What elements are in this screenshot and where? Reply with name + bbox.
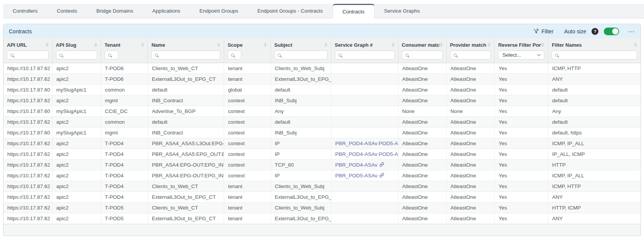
sort-icon[interactable] <box>46 43 49 47</box>
table-row[interactable]: https://10.17.87.62apic2T-POD4ExternalL3… <box>3 192 641 203</box>
cell-api_slug: mySlugApic1 <box>52 128 101 138</box>
column-header-label[interactable]: Filter Names <box>552 42 582 48</box>
more-menu-button[interactable]: ... <box>628 27 635 36</box>
service-graph-link[interactable]: PBR_POD5-ASAv <box>335 173 384 179</box>
search-icon <box>405 54 408 57</box>
cell-scope: context <box>224 149 271 159</box>
cell-name: ExternalL3Out_to_EPG_CT <box>148 192 224 202</box>
column-header-label[interactable]: Consumer match <box>402 42 440 48</box>
sort-icon[interactable] <box>634 43 637 47</box>
tab-service-graphs[interactable]: Service Graphs <box>375 4 429 18</box>
help-icon[interactable]: ? <box>592 28 598 35</box>
column-search-input[interactable] <box>56 51 97 59</box>
cell-scope: tenant <box>224 181 271 192</box>
column-search-input[interactable] <box>228 51 241 59</box>
cell-filter_names: ANY <box>548 213 641 224</box>
table-row[interactable]: https://10.17.87.62apic2T-POD4PBR_ASA4:E… <box>3 170 641 181</box>
cell-tenant: T-POD6 <box>101 74 148 84</box>
column-search-input[interactable] <box>450 51 491 59</box>
tab-contracts[interactable]: Contracts <box>333 4 375 18</box>
sort-icon[interactable] <box>324 43 328 47</box>
cell-api_url: https://10.17.87.62 <box>3 74 52 84</box>
column-search-input[interactable] <box>552 51 637 59</box>
table-row[interactable]: https://10.17.87.60mySlugApic1mgmtINB_Co… <box>3 128 641 138</box>
cell-api_url: https://10.17.87.60 <box>3 106 52 116</box>
cell-consumer_match: AtleastOne <box>398 181 447 192</box>
column-header-label[interactable]: Provider match <box>450 42 487 48</box>
cell-api_slug: apic2 <box>52 170 101 181</box>
service-graph-link[interactable]: PBR_POD4-ASAv <box>335 162 384 168</box>
sort-icon[interactable] <box>264 43 267 47</box>
tab-contexts[interactable]: Contexts <box>47 4 87 18</box>
cell-api_slug: apic2 <box>52 149 101 159</box>
sort-icon[interactable] <box>217 43 220 47</box>
table-row[interactable]: https://10.17.87.62apic2commondefaultcon… <box>3 117 641 128</box>
table-row[interactable]: https://10.17.87.62apic2T-POD4PBR_ASA4:E… <box>3 160 641 170</box>
column-header-subject: Subject <box>271 38 331 63</box>
service-graph-link[interactable]: PBR_POD4-ASAv:POD5-ASAv <box>335 151 398 157</box>
column-search-input[interactable] <box>105 51 118 59</box>
sort-icon[interactable] <box>392 43 395 47</box>
sort-icon[interactable] <box>488 43 491 47</box>
tab-applications[interactable]: Applications <box>143 4 190 18</box>
table-row[interactable]: https://10.17.87.60mySlugApic1CCIE_DCAdv… <box>3 106 641 117</box>
column-filter <box>402 51 443 59</box>
cell-provider_match: AtleastOne <box>447 160 495 170</box>
column-select[interactable]: Select... <box>498 51 544 59</box>
cell-filter_names: ICMP, HTTP <box>548 181 641 192</box>
table-row[interactable]: https://10.17.87.62apic2T-POD6Clients_to… <box>3 63 641 74</box>
table-footer <box>3 224 641 236</box>
sort-icon[interactable] <box>141 43 144 47</box>
table-row[interactable]: https://10.17.87.62apic2T-POD5Clients_to… <box>3 203 641 213</box>
service-graph-link[interactable]: PBR_POD4-ASAv:POD5-ASAv <box>335 141 398 147</box>
cell-scope: tenant <box>224 192 271 202</box>
column-header-label[interactable]: Name <box>151 42 165 48</box>
column-search-input[interactable] <box>274 51 328 59</box>
column-header-label[interactable]: API URL <box>7 42 27 48</box>
cell-reverse_filter_ports: Yes <box>495 117 548 127</box>
table-row[interactable]: https://10.17.87.62apic2T-POD5ExternalL3… <box>3 213 641 224</box>
sort-icon[interactable] <box>94 43 97 47</box>
auto-size-toggle[interactable] <box>604 28 619 35</box>
column-header-label[interactable]: Subject <box>274 42 292 48</box>
cell-api_url: https://10.17.87.62 <box>3 170 52 181</box>
table-row[interactable]: https://10.17.87.62apic2T-POD4Clients_to… <box>3 181 641 192</box>
sort-icon[interactable] <box>440 43 443 47</box>
cell-api_slug: apic2 <box>52 181 101 192</box>
tab-label: Endpoint Groups - Contracts <box>257 8 323 14</box>
tab-endpoint-groups[interactable]: Endpoint Groups <box>190 4 247 18</box>
table-row[interactable]: https://10.17.87.60mySlugApic1commondefa… <box>3 85 641 95</box>
tab-bridge-domains[interactable]: Bridge Domains <box>87 4 143 18</box>
column-header-label[interactable]: API Slug <box>56 42 76 48</box>
cell-tenant: CCIE_DC <box>101 106 148 116</box>
cell-filter_names: ICMP, IP_ALL <box>548 138 641 149</box>
cell-service_graph <box>331 74 398 84</box>
table-row[interactable]: https://10.17.87.62apic2T-POD4PBR_ASA4_A… <box>3 138 641 149</box>
tab-controllers[interactable]: Controllers <box>3 4 47 18</box>
cell-consumer_match: AtleastOne <box>398 95 447 106</box>
column-header-label[interactable]: Tenant <box>105 42 121 48</box>
cell-subject: Any <box>271 106 331 116</box>
cell-provider_match: AtleastOne <box>447 181 495 192</box>
filter-button[interactable]: Filter <box>533 28 554 35</box>
column-header-label[interactable]: Reverse Filter Ports <box>498 42 541 48</box>
column-search-input[interactable] <box>7 51 49 59</box>
cell-service_graph <box>331 85 398 95</box>
column-search-input[interactable] <box>335 51 395 59</box>
cell-filter_names: Any <box>548 106 641 116</box>
cell-name: default <box>148 85 224 95</box>
column-header-label[interactable]: Scope <box>228 42 243 48</box>
cell-subject: TCP_80 <box>271 160 331 170</box>
column-header-label[interactable]: Service Graph # <box>335 42 373 48</box>
table-row[interactable]: https://10.17.87.62apic2T-POD6ExternalL3… <box>3 74 641 85</box>
column-search-input[interactable] <box>402 51 443 59</box>
cell-provider_match: None <box>447 106 495 116</box>
table-row[interactable]: https://10.17.87.62apic2mgmtINB_Contract… <box>3 95 641 106</box>
tab-endpoint-groups-contracts[interactable]: Endpoint Groups - Contracts <box>248 4 333 18</box>
column-search-input[interactable] <box>151 51 220 59</box>
cell-subject: ExternalL3Out_to_EPG_Subj <box>271 192 331 202</box>
sort-icon[interactable] <box>541 43 544 47</box>
cell-service_graph <box>331 203 398 213</box>
cell-api_slug: apic2 <box>52 117 101 127</box>
table-row[interactable]: https://10.17.87.62apic2T-POD4PBR_ASA4_A… <box>3 149 641 160</box>
